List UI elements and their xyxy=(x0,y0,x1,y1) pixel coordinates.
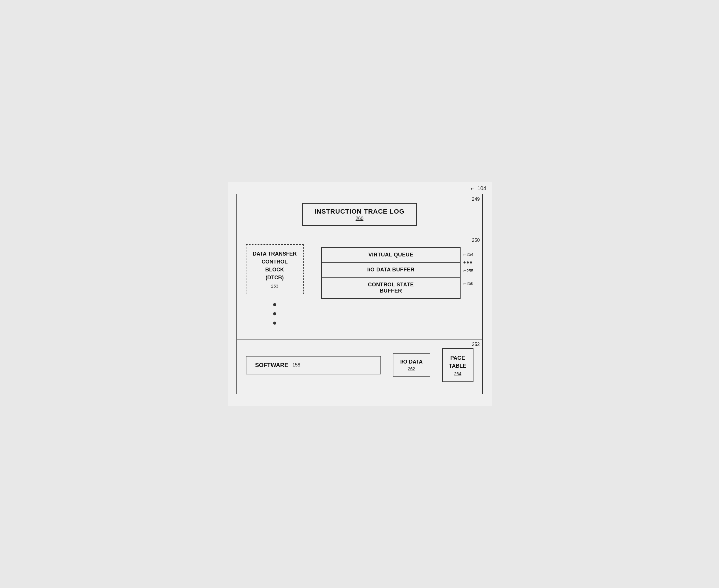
io-data-box: I/O DATA 262 xyxy=(393,353,430,377)
middle-section: 250 DATA TRANSFERCONTROLBLOCK(DTCB) 253 … xyxy=(237,235,482,339)
vq-row-virtual-queue: VIRTUAL QUEUE xyxy=(322,248,460,262)
dtcb-container: DATA TRANSFERCONTROLBLOCK(DTCB) 253 ●●● xyxy=(246,244,304,327)
vq-dots xyxy=(464,261,473,264)
diagram-page: 249 104 249 INSTRUCTION TRACE LOG 260 25… xyxy=(228,182,492,406)
page-table-title: PAGETABLE xyxy=(449,354,466,370)
vq-row-io-data-buffer: I/O DATA BUFFER xyxy=(322,262,460,277)
itl-section: 249 INSTRUCTION TRACE LOG 260 xyxy=(237,194,482,235)
itl-box: INSTRUCTION TRACE LOG 260 xyxy=(302,203,417,226)
vq-row-control-state-buffer: CONTROL STATEBUFFER xyxy=(322,277,460,298)
dtcb-box: DATA TRANSFERCONTROLBLOCK(DTCB) 253 xyxy=(246,244,304,294)
vq-stack: VIRTUAL QUEUE I/O DATA BUFFER CONTROL ST… xyxy=(321,247,460,299)
io-data-number: 262 xyxy=(400,366,423,371)
main-ref-number: 249 104 xyxy=(471,185,486,192)
page-table-box: PAGETABLE 264 xyxy=(442,348,473,382)
middle-ref: 250 xyxy=(472,238,480,243)
bottom-section: 252 SOFTWARE 158 I/O DATA 262 PAGETABLE … xyxy=(237,339,482,394)
dtcb-title: DATA TRANSFERCONTROLBLOCK(DTCB) xyxy=(253,250,297,282)
itl-number: 260 xyxy=(315,216,404,221)
vq-ref-256: ⌐ 256 xyxy=(464,280,473,286)
vq-ref-254: ⌐ 254 xyxy=(464,251,473,257)
software-box: SOFTWARE 158 xyxy=(246,356,381,374)
bottom-ref: 252 xyxy=(472,342,480,347)
io-data-title: I/O DATA xyxy=(400,359,423,365)
itl-ref: 249 xyxy=(472,196,480,202)
vq-area: VIRTUAL QUEUE I/O DATA BUFFER CONTROL ST… xyxy=(321,247,473,299)
page-table-number: 264 xyxy=(449,371,466,376)
dtcb-dots: ●●● xyxy=(246,299,304,327)
software-label: SOFTWARE xyxy=(255,362,288,369)
outer-diagram-box: 249 INSTRUCTION TRACE LOG 260 250 DATA T… xyxy=(236,194,483,394)
vq-ref-255: ⌐ 255 xyxy=(464,268,473,274)
vq-refs: ⌐ 254 ⌐ 255 ⌐ xyxy=(464,247,473,291)
software-number: 158 xyxy=(293,362,300,368)
dtcb-number: 253 xyxy=(253,284,297,289)
itl-title: INSTRUCTION TRACE LOG xyxy=(315,208,404,215)
